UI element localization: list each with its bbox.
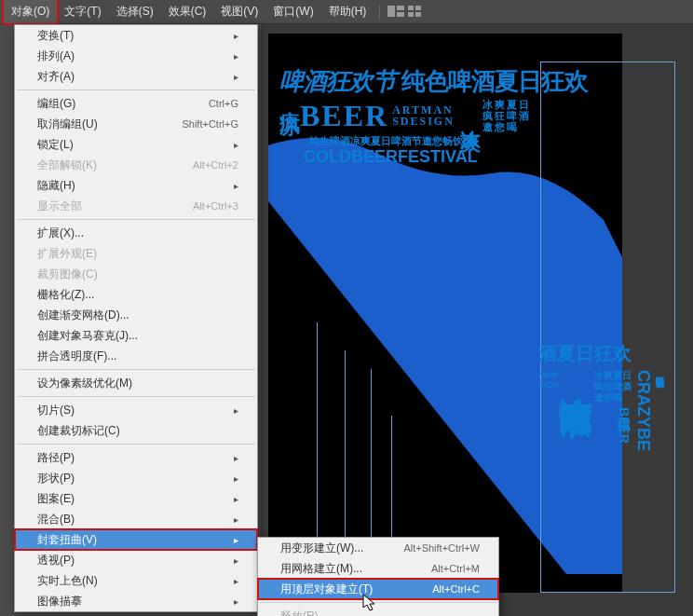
menu-text[interactable]: 文字(T): [57, 0, 108, 23]
menubar: 对象(O) 文字(T) 选择(S) 效果(C) 视图(V) 窗口(W) 帮助(H…: [0, 0, 693, 24]
menu-item-gradient-mesh[interactable]: 创建渐变网格(D)...: [15, 305, 257, 325]
menu-item-slice[interactable]: 切片(S)▸: [15, 400, 257, 420]
menu-item-path[interactable]: 路径(P)▸: [15, 447, 257, 468]
svg-rect-3: [408, 6, 414, 10]
menu-item-arrange[interactable]: 排列(A)▸: [15, 46, 257, 66]
menu-item-image-trace[interactable]: 图像描摹▸: [15, 591, 257, 611]
submenu-arrow-icon: ▸: [234, 453, 238, 463]
submenu-arrow-icon: ▸: [234, 181, 238, 191]
menu-item-object-mosaic[interactable]: 创建对象马赛克(J)...: [15, 325, 257, 346]
menubar-divider: [379, 5, 380, 20]
submenu-arrow-icon: ▸: [234, 494, 238, 504]
artwork-title-italic: 啤酒狂欢节: [279, 67, 396, 95]
menu-item-expand[interactable]: 扩展(X)...: [15, 223, 257, 243]
menu-object[interactable]: 对象(O): [2, 0, 59, 25]
object-menu: 变换(T)▸ 排列(A)▸ 对齐(A)▸ 编组(G)Ctrl+G 取消编组(U)…: [14, 24, 258, 612]
menu-item-transform[interactable]: 变换(T)▸: [15, 25, 257, 46]
menu-item-expand-appearance: 扩展外观(E): [15, 243, 257, 264]
submenu-arrow-icon: ▸: [234, 555, 238, 566]
menu-item-lock[interactable]: 锁定(L)▸: [15, 134, 257, 155]
svg-rect-2: [397, 12, 404, 17]
menu-item-live-paint[interactable]: 实时上色(N)▸: [15, 570, 257, 591]
menu-view[interactable]: 视图(V): [213, 0, 265, 23]
submenu-arrow-icon: ▸: [234, 72, 238, 82]
menu-window[interactable]: 窗口(W): [265, 0, 320, 23]
menu-effect[interactable]: 效果(C): [161, 0, 214, 23]
grid-icon[interactable]: [408, 6, 425, 19]
submenu-item-make-warp[interactable]: 用变形建立(W)...Alt+Shift+Ctrl+W: [258, 538, 498, 558]
submenu-arrow-icon: ▸: [234, 535, 238, 545]
menu-separator: [17, 89, 255, 90]
svg-rect-1: [397, 6, 404, 10]
svg-rect-0: [387, 6, 395, 17]
menu-separator: [17, 369, 255, 370]
artwork-text-right: 酒夏日狂欢 MANSIGN 冰爽啤酒节 冰爽夏日疯狂啤酒邀您喝 纯生BEER C…: [538, 341, 687, 451]
menu-item-ungroup[interactable]: 取消编组(U)Shift+Ctrl+G: [15, 114, 257, 134]
layout-icon[interactable]: [387, 6, 404, 19]
canvas-area[interactable]: 啤酒狂欢节 纯色啤酒夏日狂欢 疯凉 BEER ARTMANSDESIGN 冰爽 …: [261, 24, 693, 616]
menu-item-pixel-perfect[interactable]: 设为像素级优化(M): [15, 373, 257, 393]
menu-item-hide[interactable]: 隐藏(H)▸: [15, 175, 257, 196]
menu-item-flatten[interactable]: 拼合透明度(F)...: [15, 346, 257, 366]
menu-item-envelope[interactable]: 封套扭曲(V)▸: [15, 529, 257, 550]
submenu-item-release: 释放(R): [258, 606, 498, 616]
menu-item-rasterize[interactable]: 栅格化(Z)...: [15, 284, 257, 305]
submenu-arrow-icon: ▸: [234, 51, 238, 62]
menu-help[interactable]: 帮助(H): [321, 0, 374, 23]
menu-item-group[interactable]: 编组(G)Ctrl+G: [15, 93, 257, 114]
artwork-beer: BEER: [300, 101, 388, 130]
menu-separator: [17, 219, 255, 220]
menu-item-blend[interactable]: 混合(B)▸: [15, 509, 257, 529]
menu-item-trim-marks[interactable]: 创建裁切标记(C): [15, 420, 257, 441]
svg-rect-5: [408, 12, 414, 17]
svg-rect-6: [415, 12, 421, 17]
menu-separator: [17, 396, 255, 397]
menu-item-unlock-all: 全部解锁(K)Alt+Ctrl+2: [15, 155, 257, 175]
menu-separator: [260, 602, 496, 603]
menu-item-pattern[interactable]: 图案(E)▸: [15, 488, 257, 509]
menu-select[interactable]: 选择(S): [109, 0, 161, 23]
submenu-arrow-icon: ▸: [234, 405, 238, 416]
menu-separator: [17, 444, 255, 445]
svg-rect-4: [415, 6, 421, 10]
artwork-text-main: 啤酒狂欢节 纯色啤酒夏日狂欢 疯凉 BEER ARTMANSDESIGN 冰爽 …: [279, 69, 588, 165]
submenu-arrow-icon: ▸: [234, 514, 238, 525]
menu-item-crop-image: 裁剪图像(C): [15, 264, 257, 284]
submenu-item-make-top[interactable]: 用顶层对象建立(T)Alt+Ctrl+C: [258, 579, 498, 599]
submenu-arrow-icon: ▸: [234, 576, 238, 586]
envelope-submenu: 用变形建立(W)...Alt+Shift+Ctrl+W 用网格建立(M)...A…: [257, 537, 499, 616]
menu-item-perspective[interactable]: 透视(P)▸: [15, 550, 257, 570]
submenu-arrow-icon: ▸: [234, 31, 238, 41]
menu-item-show-all: 显示全部Alt+Ctrl+3: [15, 196, 257, 216]
submenu-arrow-icon: ▸: [234, 473, 238, 484]
menu-item-shape[interactable]: 形状(P)▸: [15, 468, 257, 488]
submenu-arrow-icon: ▸: [234, 596, 238, 607]
submenu-arrow-icon: ▸: [234, 140, 238, 150]
menu-item-align[interactable]: 对齐(A)▸: [15, 66, 257, 87]
submenu-item-make-mesh[interactable]: 用网格建立(M)...Alt+Ctrl+M: [258, 558, 498, 579]
